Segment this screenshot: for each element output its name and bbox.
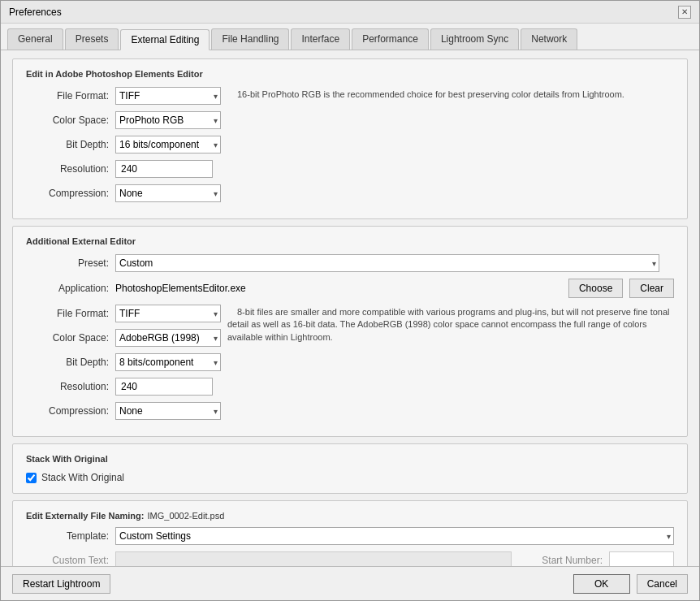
stack-with-original-title: Stack With Original xyxy=(26,454,674,464)
ae-color-space-control: AdobeRGB (1998) ProPhoto RGB sRGB xyxy=(115,329,221,347)
template-select-wrapper: Custom Settings xyxy=(115,527,674,545)
bit-depth-select-wrapper: 16 bits/component 8 bits/component xyxy=(115,136,221,153)
photoshop-elements-title: Edit in Adobe Photoshop Elements Editor xyxy=(26,69,674,79)
preset-row: Preset: Custom xyxy=(26,254,674,272)
additional-editor-info-text: 8-bit files are smaller and more compati… xyxy=(227,307,670,342)
color-space-select[interactable]: ProPhoto RGB AdobeRGB (1998) sRGB xyxy=(115,111,221,129)
file-naming-title-row: Edit Externally File Naming: IMG_0002-Ed… xyxy=(26,511,674,521)
content-area: Edit in Adobe Photoshop Elements Editor … xyxy=(1,50,699,566)
restart-lightroom-button[interactable]: Restart Lightroom xyxy=(12,574,110,594)
cancel-button[interactable]: Cancel xyxy=(637,574,688,594)
start-number-input[interactable] xyxy=(609,551,674,566)
close-button[interactable]: ✕ xyxy=(678,6,691,19)
ae-file-format-select-wrapper: TIFF PSD xyxy=(115,305,221,322)
photoshop-elements-section: Edit in Adobe Photoshop Elements Editor … xyxy=(12,58,688,219)
clear-button[interactable]: Clear xyxy=(629,279,674,298)
ae-compression-row: Compression: None LZW xyxy=(26,402,221,420)
application-value: PhotoshopElementsEditor.exe xyxy=(115,283,562,294)
additional-editor-title: Additional External Editor xyxy=(26,236,674,246)
custom-text-start-number-row: Custom Text: Start Number: xyxy=(26,551,674,566)
preferences-window: Preferences ✕ General Presets External E… xyxy=(0,0,700,601)
preset-select-wrapper: Custom xyxy=(115,254,659,272)
footer-buttons: OK Cancel xyxy=(573,574,688,594)
ae-bit-depth-select[interactable]: 8 bits/component 16 bits/component xyxy=(115,353,221,371)
ae-resolution-row: Resolution: xyxy=(26,378,221,396)
ae-color-space-label: Color Space: xyxy=(26,332,115,344)
bit-depth-label: Bit Depth: xyxy=(26,139,115,150)
photoshop-elements-info-text: 16-bit ProPhoto RGB is the recommended c… xyxy=(237,89,624,99)
application-row: Application: PhotoshopElementsEditor.exe… xyxy=(26,279,674,298)
ae-file-format-label: File Format: xyxy=(26,308,115,319)
preset-label: Preset: xyxy=(26,257,115,269)
stack-with-original-label[interactable]: Stack With Original xyxy=(41,472,124,483)
title-bar: Preferences ✕ xyxy=(1,1,699,24)
tab-general[interactable]: General xyxy=(7,28,63,50)
resolution-input[interactable]: 240 xyxy=(115,160,213,178)
file-naming-section: Edit Externally File Naming: IMG_0002-Ed… xyxy=(12,500,688,566)
choose-button[interactable]: Choose xyxy=(568,279,623,298)
ae-bit-depth-select-wrapper: 8 bits/component 16 bits/component xyxy=(115,353,221,371)
preset-control: Custom xyxy=(115,254,659,272)
ae-color-space-select-wrapper: AdobeRGB (1998) ProPhoto RGB sRGB xyxy=(115,329,221,347)
tab-lightroom-sync[interactable]: Lightroom Sync xyxy=(430,28,519,50)
tab-file-handling[interactable]: File Handling xyxy=(211,28,289,50)
tab-bar: General Presets External Editing File Ha… xyxy=(1,24,699,50)
additional-editor-section: Additional External Editor Preset: Custo… xyxy=(12,226,688,437)
bit-depth-row: Bit Depth: 16 bits/component 8 bits/comp… xyxy=(26,136,221,153)
file-format-select-wrapper: TIFF PSD xyxy=(115,87,221,105)
file-naming-title: Edit Externally File Naming: xyxy=(26,511,144,521)
ok-button[interactable]: OK xyxy=(573,574,630,594)
resolution-row: Resolution: 240 xyxy=(26,160,221,178)
stack-with-original-checkbox[interactable] xyxy=(26,473,37,483)
ae-resolution-input[interactable] xyxy=(115,378,213,396)
tab-performance[interactable]: Performance xyxy=(352,28,429,50)
ae-bit-depth-label: Bit Depth: xyxy=(26,357,115,368)
color-space-label: Color Space: xyxy=(26,115,115,126)
ae-file-format-select[interactable]: TIFF PSD xyxy=(115,305,221,322)
color-space-select-wrapper: ProPhoto RGB AdobeRGB (1998) sRGB xyxy=(115,111,221,129)
ae-bit-depth-control: 8 bits/component 16 bits/component xyxy=(115,353,221,371)
template-control: Custom Settings xyxy=(115,527,674,545)
ae-resolution-label: Resolution: xyxy=(26,381,115,392)
ae-compression-control: None LZW xyxy=(115,402,221,420)
ae-file-format-control: TIFF PSD xyxy=(115,305,221,322)
photoshop-elements-info: 16-bit ProPhoto RGB is the recommended c… xyxy=(227,87,674,209)
custom-text-input[interactable] xyxy=(115,551,512,566)
tab-network[interactable]: Network xyxy=(521,28,577,50)
template-select[interactable]: Custom Settings xyxy=(115,527,674,545)
tab-external-editing[interactable]: External Editing xyxy=(120,29,210,50)
additional-editor-form: File Format: TIFF PSD Color S xyxy=(26,305,221,426)
ae-compression-select[interactable]: None LZW xyxy=(115,402,221,420)
file-format-row: File Format: TIFF PSD xyxy=(26,87,221,105)
footer: Restart Lightroom OK Cancel xyxy=(1,566,699,600)
application-control: PhotoshopElementsEditor.exe Choose Clear xyxy=(115,279,674,298)
ae-file-format-row: File Format: TIFF PSD xyxy=(26,305,221,322)
ae-compression-label: Compression: xyxy=(26,405,115,417)
color-space-row: Color Space: ProPhoto RGB AdobeRGB (1998… xyxy=(26,111,221,129)
tab-interface[interactable]: Interface xyxy=(291,28,350,50)
file-format-select[interactable]: TIFF PSD xyxy=(115,87,221,105)
bit-depth-select[interactable]: 16 bits/component 8 bits/component xyxy=(115,136,221,153)
ae-bit-depth-row: Bit Depth: 8 bits/component 16 bits/comp… xyxy=(26,353,221,371)
compression-select-wrapper: None LZW ZIP xyxy=(115,184,221,202)
file-naming-value: IMG_0002-Edit.psd xyxy=(147,511,224,521)
template-row: Template: Custom Settings xyxy=(26,527,674,545)
stack-with-original-section: Stack With Original Stack With Original xyxy=(12,443,688,494)
compression-select[interactable]: None LZW ZIP xyxy=(115,184,221,202)
custom-text-label: Custom Text: xyxy=(26,555,115,566)
template-label: Template: xyxy=(26,530,115,542)
resolution-control: 240 xyxy=(115,160,213,178)
photoshop-elements-content: File Format: TIFF PSD Color S xyxy=(26,87,674,209)
photoshop-elements-form: File Format: TIFF PSD Color S xyxy=(26,87,221,209)
start-number-label: Start Number: xyxy=(512,555,609,566)
tab-presets[interactable]: Presets xyxy=(65,28,119,50)
window-title: Preferences xyxy=(9,6,62,18)
ae-color-space-row: Color Space: AdobeRGB (1998) ProPhoto RG… xyxy=(26,329,221,347)
additional-editor-content: File Format: TIFF PSD Color S xyxy=(26,305,674,426)
preset-select[interactable]: Custom xyxy=(115,254,659,272)
bit-depth-control: 16 bits/component 8 bits/component xyxy=(115,136,221,153)
ae-color-space-select[interactable]: AdobeRGB (1998) ProPhoto RGB sRGB xyxy=(115,329,221,347)
ae-resolution-control xyxy=(115,378,213,396)
color-space-control: ProPhoto RGB AdobeRGB (1998) sRGB xyxy=(115,111,221,129)
compression-label: Compression: xyxy=(26,188,115,199)
